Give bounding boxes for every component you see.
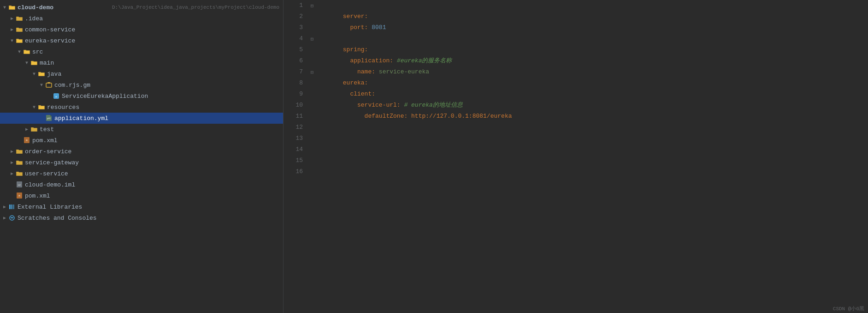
code-token: 8081	[372, 24, 386, 31]
gutter-fold-10	[307, 100, 318, 111]
chevron-right-icon: ▶	[8, 148, 16, 155]
spacer	[45, 92, 53, 100]
tree-item-pom-root[interactable]: M pom.xml	[0, 190, 283, 201]
folder-open-icon	[23, 48, 30, 55]
code-token: name:	[343, 68, 379, 75]
spacer	[38, 114, 45, 122]
code-token: service-eureka	[379, 68, 429, 75]
svg-rect-51	[11, 205, 12, 209]
svg-rect-8	[17, 29, 22, 31]
tree-item-order-service[interactable]: ▶ order-service	[0, 146, 283, 157]
gutter-fold-5	[307, 44, 318, 55]
svg-rect-14	[24, 51, 30, 54]
gutter-fold-7[interactable]: ⊟	[307, 66, 318, 78]
tree-label-order-service: order-service	[25, 148, 279, 155]
gutter-fold-15	[307, 155, 318, 166]
scratch-icon	[8, 214, 16, 222]
svg-rect-21	[46, 83, 52, 87]
tree-label-pom-eureka: pom.xml	[32, 137, 279, 144]
tree-item-pom-eureka[interactable]: M pom.xml	[0, 135, 283, 146]
tree-item-idea[interactable]: ▶ .idea	[0, 13, 283, 24]
tree-item-java[interactable]: ▼ java	[0, 68, 283, 79]
svg-rect-2	[9, 6, 15, 9]
tree-item-service-eureka-app[interactable]: ☕ ServiceEurekaApplication	[0, 90, 283, 102]
svg-text:M: M	[18, 194, 20, 197]
code-line-14	[321, 144, 864, 155]
line-num-16: 16	[283, 166, 303, 177]
line-num-12: 12	[283, 122, 303, 133]
tree-item-main[interactable]: ▼ main	[0, 57, 283, 68]
chevron-right-icon: ▶	[8, 170, 16, 177]
line-num-6: 6	[283, 55, 303, 66]
gutter-fold-8	[307, 78, 318, 89]
folder-open-icon	[38, 103, 45, 111]
code-token: http://127.0.0.1:8081/eureka	[411, 113, 512, 120]
svg-rect-34	[31, 128, 37, 131]
folder-icon	[16, 15, 23, 22]
tree-label-cloud-demo: cloud-demo	[18, 4, 109, 11]
tree-item-com-rjs-gm[interactable]: ▼ com.rjs.gm	[0, 79, 283, 90]
gutter-fold-12	[307, 122, 318, 133]
chevron-right-icon: ▶	[1, 214, 8, 222]
tree-item-scratches[interactable]: ▶ Scratches and Consoles	[0, 212, 283, 223]
tree-item-external-libraries[interactable]: ▶ External Libraries	[0, 201, 283, 212]
folder-icon	[16, 159, 23, 166]
line-num-10: 10	[283, 100, 303, 111]
svg-text:iml: iml	[18, 184, 21, 186]
tree-item-application-yml[interactable]: yml application.yml	[0, 113, 283, 124]
tree-item-src[interactable]: ▼ src	[0, 46, 283, 57]
code-line-5: application: #eureka的服务名称	[321, 44, 864, 55]
tree-label-src: src	[32, 48, 279, 55]
tree-label-resources: resources	[47, 104, 279, 111]
code-line-2: port: 8081	[321, 11, 864, 22]
folder-icon	[16, 170, 23, 177]
svg-rect-52	[13, 205, 14, 209]
folder-icon	[16, 26, 23, 33]
gutter-fold-2	[307, 11, 318, 22]
chevron-right-icon: ▶	[8, 159, 16, 166]
line-num-7: 7	[283, 66, 303, 78]
tree-label-eureka-service: eureka-service	[25, 37, 279, 44]
svg-rect-5	[17, 18, 22, 20]
gutter-fold-4[interactable]: ⊟	[307, 33, 318, 44]
spacer	[8, 181, 16, 188]
yml-file-icon: yml	[45, 114, 53, 122]
chevron-down-icon: ▼	[16, 48, 23, 55]
folder-open-icon	[8, 4, 16, 11]
tree-item-service-gateway[interactable]: ▶ service-gateway	[0, 157, 283, 168]
tree-item-resources[interactable]: ▼ resources	[0, 102, 283, 113]
code-token: defaultZone:	[343, 113, 411, 120]
folder-open-icon	[38, 70, 45, 78]
folder-icon	[16, 148, 23, 155]
code-token: application:	[343, 57, 397, 64]
tree-item-common-service[interactable]: ▶ common-service	[0, 24, 283, 35]
tree-item-cloud-demo-iml[interactable]: iml cloud-demo.iml	[0, 179, 283, 190]
svg-rect-17	[31, 62, 37, 65]
project-tree[interactable]: ▼ cloud-demo D:\Java_Project\idea_java_p…	[0, 0, 283, 313]
gutter-fold-14	[307, 144, 318, 155]
code-content[interactable]: server: port: 8081 spring: application: …	[318, 0, 868, 313]
spacer	[16, 137, 23, 144]
tree-label-idea: .idea	[25, 15, 279, 22]
code-token: eureka:	[343, 79, 368, 86]
svg-rect-39	[17, 150, 22, 153]
folder-open-icon	[16, 37, 23, 44]
gutter-fold-6	[307, 55, 318, 66]
code-line-13	[321, 133, 864, 144]
package-icon	[45, 81, 53, 89]
svg-rect-27	[39, 106, 44, 109]
editor-area: 1 2 3 4 5 6 7 8 9 10 11 12 13 14 15 16 ⊟…	[283, 0, 868, 313]
line-num-5: 5	[283, 44, 303, 55]
svg-rect-22	[47, 82, 50, 84]
tree-label-test: test	[40, 126, 279, 133]
gutter-fold-1[interactable]: ⊟	[307, 0, 318, 11]
tree-label-application-yml: application.yml	[54, 115, 279, 122]
code-line-3	[321, 22, 864, 33]
spacer	[8, 192, 16, 199]
tree-item-cloud-demo[interactable]: ▼ cloud-demo D:\Java_Project\idea_java_p…	[0, 2, 283, 13]
tree-item-eureka-service[interactable]: ▼ eureka-service	[0, 35, 283, 46]
tree-item-user-service[interactable]: ▶ user-service	[0, 168, 283, 179]
code-token: client:	[343, 90, 375, 97]
svg-rect-45	[17, 173, 22, 175]
tree-item-test[interactable]: ▶ test	[0, 124, 283, 135]
